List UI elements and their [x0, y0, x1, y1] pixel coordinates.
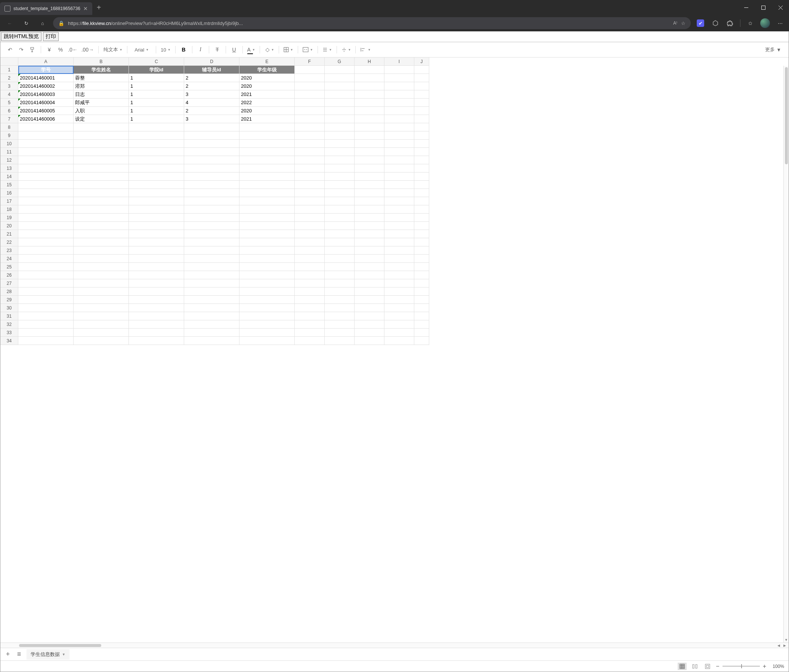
cell[interactable]	[355, 131, 385, 140]
cell[interactable]	[355, 296, 385, 304]
cell[interactable]	[295, 213, 325, 222]
cell[interactable]	[129, 230, 184, 238]
cell[interactable]	[355, 312, 385, 320]
cell[interactable]	[184, 279, 240, 287]
cell[interactable]	[355, 66, 385, 74]
cell[interactable]	[295, 66, 325, 74]
cell[interactable]	[325, 271, 355, 279]
cell[interactable]	[18, 148, 73, 156]
column-header[interactable]: A	[18, 57, 73, 66]
cell[interactable]	[385, 90, 414, 99]
cell[interactable]	[325, 247, 355, 255]
hscroll-thumb[interactable]	[19, 644, 101, 647]
align-horizontal-button[interactable]: ▼	[321, 45, 334, 55]
cell[interactable]	[414, 279, 429, 287]
cell[interactable]	[295, 337, 325, 345]
cell[interactable]	[325, 181, 355, 189]
cell[interactable]	[414, 172, 429, 181]
cell[interactable]	[129, 247, 184, 255]
cell[interactable]	[325, 304, 355, 312]
row-header[interactable]: 6	[0, 107, 18, 115]
cell[interactable]: 1	[129, 74, 184, 82]
cell[interactable]	[295, 279, 325, 287]
cell[interactable]: 设定	[73, 115, 129, 123]
cell[interactable]	[414, 189, 429, 197]
cell[interactable]	[385, 197, 414, 205]
cell[interactable]	[18, 312, 73, 320]
select-all-corner[interactable]	[0, 57, 18, 66]
cell[interactable]: 2	[184, 107, 240, 115]
cell[interactable]	[325, 82, 355, 90]
cell[interactable]	[295, 99, 325, 107]
cell[interactable]	[325, 164, 355, 172]
cell[interactable]	[325, 131, 355, 140]
cell[interactable]	[129, 328, 184, 337]
cell[interactable]	[414, 164, 429, 172]
cell[interactable]	[129, 156, 184, 164]
cell[interactable]	[18, 140, 73, 148]
cell[interactable]: 1	[129, 82, 184, 90]
extensions-button[interactable]	[725, 18, 736, 29]
cell[interactable]	[184, 148, 240, 156]
cell[interactable]	[73, 271, 129, 279]
cell[interactable]: 学号	[18, 66, 73, 74]
maximize-button[interactable]	[755, 2, 772, 13]
cell[interactable]	[385, 164, 414, 172]
cell[interactable]	[385, 296, 414, 304]
row-header[interactable]: 28	[0, 287, 18, 296]
cell[interactable]	[355, 213, 385, 222]
cell[interactable]	[385, 238, 414, 247]
cell[interactable]	[385, 279, 414, 287]
cell[interactable]: 2	[184, 82, 240, 90]
cell[interactable]	[184, 164, 240, 172]
cell[interactable]	[355, 263, 385, 271]
cell[interactable]	[414, 115, 429, 123]
cell[interactable]	[295, 263, 325, 271]
cell[interactable]	[325, 255, 355, 263]
cell[interactable]	[73, 320, 129, 328]
cell[interactable]	[18, 328, 73, 337]
column-header[interactable]: D	[184, 57, 240, 66]
row-header[interactable]: 34	[0, 337, 18, 345]
cell[interactable]	[73, 164, 129, 172]
row-header[interactable]: 13	[0, 164, 18, 172]
cell[interactable]	[129, 123, 184, 131]
cell[interactable]	[129, 337, 184, 345]
cell[interactable]: 2020141460005	[18, 107, 73, 115]
cell[interactable]	[240, 247, 295, 255]
cell[interactable]	[184, 320, 240, 328]
cell[interactable]	[295, 205, 325, 213]
cell[interactable]	[184, 181, 240, 189]
row-header[interactable]: 32	[0, 320, 18, 328]
cell[interactable]	[355, 255, 385, 263]
cell[interactable]: 2020141460004	[18, 99, 73, 107]
row-header[interactable]: 14	[0, 172, 18, 181]
read-aloud-icon[interactable]: A⁾	[673, 21, 677, 26]
cell[interactable]	[295, 271, 325, 279]
redo-button[interactable]: ↷	[16, 45, 27, 55]
cell[interactable]	[325, 66, 355, 74]
cell[interactable]	[73, 131, 129, 140]
font-size-select[interactable]: 10▼	[159, 45, 172, 55]
increase-decimal-button[interactable]: .00→	[80, 45, 95, 55]
cell[interactable]	[295, 90, 325, 99]
cell[interactable]	[18, 213, 73, 222]
cell[interactable]	[240, 287, 295, 296]
cell[interactable]	[355, 205, 385, 213]
cell[interactable]	[129, 197, 184, 205]
column-header[interactable]: B	[73, 57, 129, 66]
cell[interactable]	[240, 164, 295, 172]
cell[interactable]	[414, 90, 429, 99]
row-header[interactable]: 23	[0, 247, 18, 255]
cell[interactable]	[325, 115, 355, 123]
cell[interactable]	[385, 156, 414, 164]
row-header[interactable]: 1	[0, 66, 18, 74]
cell[interactable]	[385, 74, 414, 82]
cell[interactable]: 2021	[240, 115, 295, 123]
cell[interactable]	[414, 238, 429, 247]
cell[interactable]	[295, 74, 325, 82]
cell[interactable]	[73, 140, 129, 148]
home-button[interactable]: ⌂	[37, 17, 49, 29]
cell[interactable]: 入职	[73, 107, 129, 115]
row-header[interactable]: 3	[0, 82, 18, 90]
